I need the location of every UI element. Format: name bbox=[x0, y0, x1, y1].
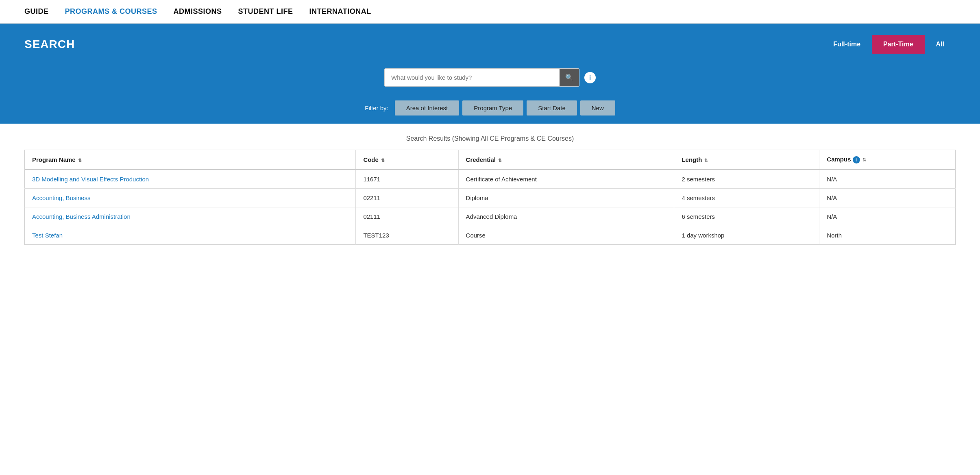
programs-table: Program Name⇅Code⇅Credential⇅Length⇅Camp… bbox=[24, 150, 956, 245]
col-label: Code bbox=[363, 156, 379, 163]
code-cell: 02211 bbox=[356, 189, 458, 207]
nav-item-guide[interactable]: GUIDE bbox=[24, 7, 49, 16]
credential-cell: Certificate of Achievement bbox=[458, 170, 674, 189]
col-label: Campus bbox=[827, 156, 851, 163]
col-header-length[interactable]: Length⇅ bbox=[674, 150, 819, 170]
filter-btn-program-type[interactable]: Program Type bbox=[462, 100, 523, 115]
filter-bar: Filter by: Area of InterestProgram TypeS… bbox=[0, 95, 980, 124]
table-row: Accounting, Business02211Diploma4 semest… bbox=[25, 189, 956, 207]
filter-label: Filter by: bbox=[365, 105, 388, 111]
length-cell: 1 day workshop bbox=[674, 226, 819, 245]
sort-icon-campus[interactable]: ⇅ bbox=[862, 157, 866, 163]
sort-icon-credential[interactable]: ⇅ bbox=[498, 158, 502, 163]
campus-info-icon[interactable]: i bbox=[853, 156, 860, 163]
length-cell: 6 semesters bbox=[674, 207, 819, 226]
table-body: 3D Modelling and Visual Effects Producti… bbox=[25, 170, 956, 245]
col-label: Length bbox=[682, 156, 702, 163]
campus-cell: N/A bbox=[819, 207, 956, 226]
sort-icon-code[interactable]: ⇅ bbox=[381, 158, 385, 163]
search-button[interactable]: 🔍 bbox=[560, 69, 579, 86]
sort-icon-program-name[interactable]: ⇅ bbox=[78, 158, 82, 163]
program-name-cell: 3D Modelling and Visual Effects Producti… bbox=[25, 170, 356, 189]
nav-item-international[interactable]: INTERNATIONAL bbox=[309, 7, 371, 16]
hero-top: SEARCH Full-timePart-TimeAll bbox=[0, 24, 980, 54]
results-section: Search Results (Showing All CE Programs … bbox=[0, 124, 980, 256]
hero-section: SEARCH Full-timePart-TimeAll 🔍 i Filter … bbox=[0, 24, 980, 124]
credential-cell: Advanced Diploma bbox=[458, 207, 674, 226]
col-label: Credential bbox=[466, 156, 496, 163]
credential-cell: Course bbox=[458, 226, 674, 245]
program-link[interactable]: Accounting, Business Administration bbox=[32, 213, 131, 220]
filter-btn-start-date[interactable]: Start Date bbox=[527, 100, 577, 115]
header-row: Program Name⇅Code⇅Credential⇅Length⇅Camp… bbox=[25, 150, 956, 170]
table-header: Program Name⇅Code⇅Credential⇅Length⇅Camp… bbox=[25, 150, 956, 170]
table-row: Accounting, Business Administration02111… bbox=[25, 207, 956, 226]
table-row: Test StefanTEST123Course1 day workshopNo… bbox=[25, 226, 956, 245]
results-title: Search Results (Showing All CE Programs … bbox=[24, 135, 956, 142]
filter-btn-area-of-interest[interactable]: Area of Interest bbox=[395, 100, 460, 115]
filter-btn-new[interactable]: New bbox=[580, 100, 615, 115]
col-header-code[interactable]: Code⇅ bbox=[356, 150, 458, 170]
time-filter-group: Full-timePart-TimeAll bbox=[822, 35, 956, 54]
program-link[interactable]: 3D Modelling and Visual Effects Producti… bbox=[32, 176, 149, 183]
campus-cell: North bbox=[819, 226, 956, 245]
credential-cell: Diploma bbox=[458, 189, 674, 207]
length-cell: 4 semesters bbox=[674, 189, 819, 207]
table-row: 3D Modelling and Visual Effects Producti… bbox=[25, 170, 956, 189]
program-name-cell: Accounting, Business Administration bbox=[25, 207, 356, 226]
nav-item-programs---courses[interactable]: PROGRAMS & COURSES bbox=[65, 7, 157, 16]
program-name-cell: Test Stefan bbox=[25, 226, 356, 245]
program-link[interactable]: Accounting, Business bbox=[32, 194, 90, 201]
program-link[interactable]: Test Stefan bbox=[32, 232, 63, 239]
code-cell: 11671 bbox=[356, 170, 458, 189]
col-header-program-name[interactable]: Program Name⇅ bbox=[25, 150, 356, 170]
time-filter-all[interactable]: All bbox=[925, 35, 956, 54]
top-navigation: GUIDEPROGRAMS & COURSESADMISSIONSSTUDENT… bbox=[0, 0, 980, 24]
search-area: 🔍 i bbox=[0, 54, 980, 95]
search-input[interactable] bbox=[385, 69, 560, 86]
code-cell: 02111 bbox=[356, 207, 458, 226]
code-cell: TEST123 bbox=[356, 226, 458, 245]
time-filter-part-time[interactable]: Part-Time bbox=[872, 35, 925, 54]
col-header-campus[interactable]: Campusi⇅ bbox=[819, 150, 956, 170]
search-title: SEARCH bbox=[24, 38, 75, 51]
time-filter-full-time[interactable]: Full-time bbox=[822, 35, 872, 54]
campus-cell: N/A bbox=[819, 170, 956, 189]
nav-item-admissions[interactable]: ADMISSIONS bbox=[174, 7, 222, 16]
col-header-credential[interactable]: Credential⇅ bbox=[458, 150, 674, 170]
search-box: 🔍 bbox=[384, 68, 579, 87]
length-cell: 2 semesters bbox=[674, 170, 819, 189]
campus-cell: N/A bbox=[819, 189, 956, 207]
program-name-cell: Accounting, Business bbox=[25, 189, 356, 207]
nav-item-student-life[interactable]: STUDENT LIFE bbox=[238, 7, 293, 16]
sort-icon-length[interactable]: ⇅ bbox=[704, 158, 708, 163]
search-info-icon[interactable]: i bbox=[584, 72, 596, 83]
col-label: Program Name bbox=[32, 156, 76, 163]
